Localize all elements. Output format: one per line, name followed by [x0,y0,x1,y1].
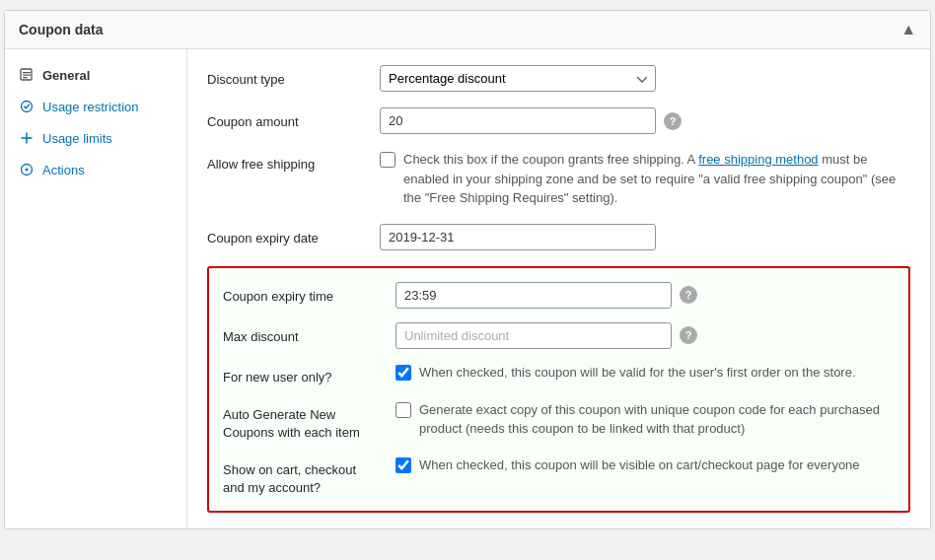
allow-free-shipping-checkbox[interactable] [380,152,396,168]
cursor-icon [19,162,35,177]
auto-generate-row: Auto Generate New Coupons with each item… [223,400,895,442]
panel-header: Coupon data ▲ [5,11,930,49]
svg-rect-1 [23,72,31,73]
sidebar-actions-label: Actions [42,163,85,177]
svg-rect-3 [23,77,28,78]
show-on-cart-checkbox-row: When checked, this coupon will be visibl… [396,455,860,475]
highlighted-section: Coupon expiry time ? Max discount ? [207,266,910,514]
max-discount-input[interactable] [396,322,672,349]
auto-generate-label2: Coupons with each item [223,425,360,440]
allow-free-shipping-checkbox-row: Check this box if the coupon grants free… [380,150,910,208]
sidebar-item-usage-limits[interactable]: Usage limits [5,122,186,154]
auto-generate-checkbox-row: Generate exact copy of this coupon with … [396,400,895,439]
coupon-data-panel: Coupon data ▲ General [4,10,931,529]
for-new-user-checkbox-row: When checked, this coupon will be valid … [396,363,856,383]
show-on-cart-label: Show on cart, checkout and my account? [223,455,396,497]
discount-type-label: Discount type [207,65,380,89]
allow-free-shipping-row: Allow free shipping Check this box if th… [207,150,910,208]
sidebar-usage-restriction-label: Usage restriction [42,100,139,114]
auto-generate-label1: Auto Generate New [223,407,335,422]
coupon-expiry-date-field [380,224,910,250]
coupon-expiry-date-row: Coupon expiry date [207,224,910,250]
sidebar-item-general[interactable]: General [5,59,186,91]
auto-generate-text: Generate exact copy of this coupon with … [419,400,895,439]
tag-icon [19,67,35,83]
max-discount-row: Max discount ? [223,322,895,349]
main-content: Discount type Percentage discount Fixed … [187,49,930,528]
show-on-cart-label2: and my account? [223,480,321,495]
for-new-user-label: For new user only? [223,363,396,386]
panel-body: General Usage restriction [5,49,930,528]
allow-free-shipping-text: Check this box if the coupon grants free… [403,150,910,208]
for-new-user-row: For new user only? When checked, this co… [223,363,895,386]
max-discount-label: Max discount [223,322,396,346]
coupon-expiry-date-label: Coupon expiry date [207,224,380,247]
for-new-user-text: When checked, this coupon will be valid … [419,363,856,383]
allow-free-shipping-field: Check this box if the coupon grants free… [380,150,910,208]
free-shipping-link[interactable]: free shipping method [698,152,818,167]
coupon-amount-row: Coupon amount ? [207,107,910,134]
coupon-expiry-time-field: ? [396,282,895,309]
discount-type-select[interactable]: Percentage discount Fixed cart discount … [380,65,656,92]
sidebar-item-usage-restriction[interactable]: Usage restriction [5,91,186,122]
show-on-cart-text: When checked, this coupon will be visibl… [419,455,860,475]
auto-generate-checkbox[interactable] [396,402,411,418]
for-new-user-field: When checked, this coupon will be valid … [396,363,895,383]
svg-rect-2 [23,75,31,76]
max-discount-field: ? [396,322,895,349]
svg-point-8 [26,169,29,172]
panel-title: Coupon data [19,22,104,37]
coupon-expiry-time-label: Coupon expiry time [223,282,396,306]
show-on-cart-field: When checked, this coupon will be visibl… [396,455,895,475]
show-on-cart-label1: Show on cart, checkout [223,462,356,477]
show-on-cart-checkbox[interactable] [396,457,411,473]
coupon-expiry-time-help-icon[interactable]: ? [680,286,697,304]
sidebar: General Usage restriction [5,49,187,528]
discount-type-row: Discount type Percentage discount Fixed … [207,65,910,92]
auto-generate-field: Generate exact copy of this coupon with … [396,400,895,439]
show-on-cart-row: Show on cart, checkout and my account? W… [223,455,895,497]
collapse-icon[interactable]: ▲ [900,21,916,38]
coupon-amount-field: ? [380,107,910,134]
max-discount-help-icon[interactable]: ? [680,326,697,344]
plus-icon [19,130,35,146]
coupon-expiry-date-input[interactable] [380,224,656,250]
allow-free-shipping-label: Allow free shipping [207,150,380,174]
coupon-amount-input[interactable] [380,107,656,134]
sidebar-general-label: General [42,68,90,83]
sidebar-usage-limits-label: Usage limits [42,131,112,146]
sidebar-item-actions[interactable]: Actions [5,154,186,185]
auto-generate-label: Auto Generate New Coupons with each item [223,400,396,442]
circle-check-icon [19,99,35,114]
for-new-user-checkbox[interactable] [396,365,411,381]
coupon-amount-help-icon[interactable]: ? [664,112,682,130]
discount-type-field: Percentage discount Fixed cart discount … [380,65,910,92]
coupon-expiry-time-row: Coupon expiry time ? [223,282,895,309]
coupon-expiry-time-input[interactable] [396,282,672,309]
coupon-amount-label: Coupon amount [207,107,380,131]
free-shipping-text1: Check this box if the coupon grants free… [403,152,698,167]
